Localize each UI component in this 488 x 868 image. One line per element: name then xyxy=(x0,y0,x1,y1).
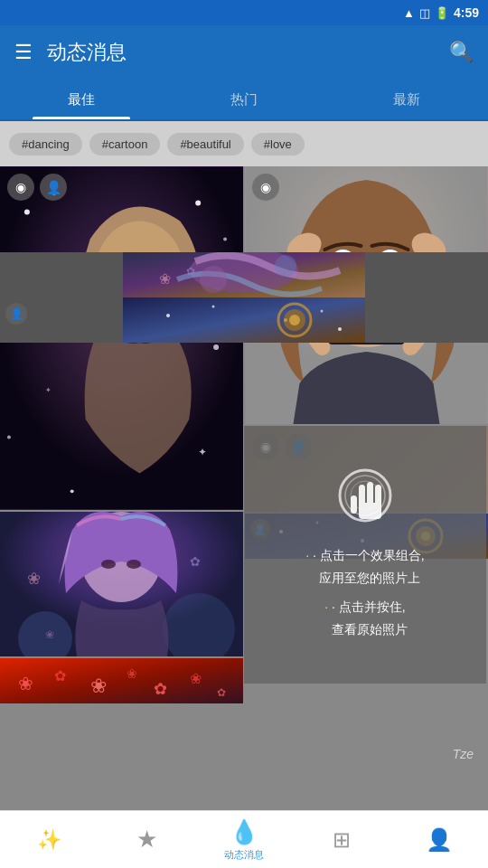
svg-text:❀: ❀ xyxy=(127,666,137,681)
wifi-icon: ▲ xyxy=(403,6,415,20)
svg-point-40 xyxy=(321,310,324,313)
svg-text:❀: ❀ xyxy=(18,674,33,693)
svg-point-57 xyxy=(101,560,116,569)
grid-cell-bottom-right[interactable]: 👤 xyxy=(0,297,488,343)
nav-favorites[interactable]: ★ xyxy=(98,826,195,854)
nav-grid[interactable]: ⊞ xyxy=(293,827,390,853)
svg-text:❀: ❀ xyxy=(45,628,54,641)
grid-icon: ⊞ xyxy=(333,827,351,853)
status-bar: ▲ ◫ 🔋 4:59 xyxy=(0,0,488,25)
header: ☰ 动态消息 🔍 xyxy=(0,25,488,80)
tooltip-overlay: · · 点击一个效果组合, 应用至您的照片上 · · 点击并按住, 查看原始照片 xyxy=(244,426,486,684)
svg-point-38 xyxy=(212,306,215,308)
status-time: 4:59 xyxy=(454,5,479,20)
hand-pointer-icon xyxy=(338,468,392,532)
hashtag-beautiful[interactable]: #beautiful xyxy=(167,133,243,156)
svg-text:✦: ✦ xyxy=(198,446,207,458)
hashtag-row: #dancing #cartoon #beautiful #love xyxy=(0,121,488,166)
svg-text:✿: ✿ xyxy=(217,686,226,699)
feed-label: 动态消息 xyxy=(224,848,264,862)
svg-rect-62 xyxy=(0,658,243,703)
tab-best[interactable]: 最佳 xyxy=(0,80,163,119)
tooltip-text: · · 点击一个效果组合, 应用至您的照片上 · · 点击并按住, 查看原始照片 xyxy=(295,544,435,641)
svg-point-58 xyxy=(127,560,141,569)
svg-point-4 xyxy=(24,210,30,215)
svg-text:❀: ❀ xyxy=(159,271,171,287)
svg-point-41 xyxy=(338,327,342,331)
svg-point-10 xyxy=(7,436,11,439)
svg-rect-36 xyxy=(123,297,365,343)
nav-feed[interactable]: 💧 动态消息 xyxy=(195,818,293,862)
search-icon[interactable]: 🔍 xyxy=(449,41,474,64)
svg-text:❀: ❀ xyxy=(27,570,41,588)
menu-icon[interactable]: ☰ xyxy=(14,41,33,64)
svg-text:✿: ✿ xyxy=(54,668,66,684)
hashtag-love[interactable]: #love xyxy=(251,133,305,156)
svg-point-32 xyxy=(200,266,227,293)
grid-cell-bottom-left[interactable]: ❀ ✿ xyxy=(0,252,488,297)
svg-point-44 xyxy=(289,315,300,326)
cell-effect-icon-1[interactable]: ◉ xyxy=(7,174,34,201)
battery-icon: 🔋 xyxy=(435,6,449,20)
effects-icon: ✨ xyxy=(37,828,61,852)
svg-text:✿: ✿ xyxy=(154,680,167,698)
svg-text:✦: ✦ xyxy=(45,386,52,394)
nav-profile[interactable]: 👤 xyxy=(390,827,488,853)
status-icons: ▲ ◫ 🔋 4:59 xyxy=(403,5,479,20)
svg-text:✿: ✿ xyxy=(186,265,195,278)
svg-text:❀: ❀ xyxy=(190,671,202,686)
cell-profile-icon-bottom[interactable]: 👤 xyxy=(5,303,27,325)
watermark: Tze xyxy=(453,747,474,761)
cell-effect-icon-2[interactable]: ◉ xyxy=(252,174,279,201)
bottom-nav: ✨ ★ 💧 动态消息 ⊞ 👤 xyxy=(0,810,488,868)
cell-profile-icon-1[interactable]: 👤 xyxy=(40,174,67,201)
svg-point-7 xyxy=(223,237,227,241)
svg-point-33 xyxy=(275,255,296,277)
svg-text:❀: ❀ xyxy=(90,675,107,697)
profile-icon: 👤 xyxy=(426,827,453,853)
svg-point-37 xyxy=(166,314,170,317)
svg-text:✿: ✿ xyxy=(190,554,201,569)
signal-icon: ◫ xyxy=(419,6,430,20)
tab-hot[interactable]: 热门 xyxy=(163,80,325,119)
nav-effects[interactable]: ✨ xyxy=(0,828,98,852)
svg-point-6 xyxy=(195,201,201,206)
hashtag-cartoon[interactable]: #cartoon xyxy=(89,133,161,156)
svg-point-9 xyxy=(213,344,219,350)
favorites-icon: ★ xyxy=(136,826,157,854)
tab-bar: 最佳 热门 最新 xyxy=(0,80,488,121)
hashtag-dancing[interactable]: #dancing xyxy=(9,133,82,156)
header-title: 动态消息 xyxy=(47,39,449,66)
tab-new[interactable]: 最新 xyxy=(325,80,488,119)
feed-icon: 💧 xyxy=(230,818,258,846)
svg-point-11 xyxy=(70,489,74,493)
